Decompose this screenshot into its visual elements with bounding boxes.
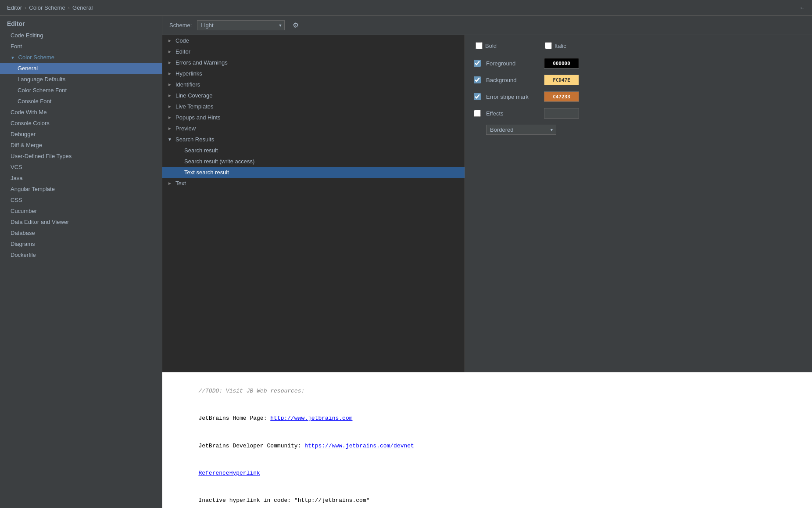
sidebar-item-code-with-me[interactable]: Code With Me bbox=[0, 107, 162, 118]
gear-button[interactable]: ⚙ bbox=[290, 20, 301, 30]
tree-item-editor[interactable]: ► Editor bbox=[162, 46, 465, 57]
sidebar-item-color-scheme-font[interactable]: Color Scheme Font bbox=[0, 85, 162, 96]
tree-item-label: Hyperlinks bbox=[175, 70, 202, 77]
tree-item-live-templates[interactable]: ► Live Templates bbox=[162, 101, 465, 112]
sidebar-item-diagrams[interactable]: Diagrams bbox=[0, 238, 162, 249]
tree-item-identifiers[interactable]: ► Identifiers bbox=[162, 79, 465, 90]
italic-checkbox[interactable] bbox=[545, 42, 552, 49]
scheme-label: Scheme: bbox=[169, 22, 192, 29]
sidebar-item-console-font[interactable]: Console Font bbox=[0, 96, 162, 107]
scheme-select[interactable]: Light Darcula High Contrast bbox=[197, 20, 285, 30]
background-checkbox[interactable] bbox=[474, 76, 481, 83]
bold-checkbox[interactable] bbox=[476, 42, 483, 49]
background-swatch[interactable]: FCD47E bbox=[544, 75, 579, 85]
tree-item-search-result-write[interactable]: Search result (write access) bbox=[162, 156, 465, 167]
sidebar-item-data-editor[interactable]: Data Editor and Viewer bbox=[0, 216, 162, 227]
preview-line-3: JetBrains Developer Community: https://w… bbox=[171, 432, 803, 460]
scheme-select-wrapper[interactable]: Light Darcula High Contrast bbox=[197, 20, 285, 30]
tree-item-label: Popups and Hints bbox=[175, 114, 221, 121]
content-area: Scheme: Light Darcula High Contrast ⚙ ► … bbox=[162, 16, 812, 508]
tree-item-hyperlinks[interactable]: ► Hyperlinks bbox=[162, 68, 465, 79]
foreground-swatch[interactable]: 000000 bbox=[544, 58, 579, 68]
preview-comment: //TODO: Visit JB Web resources: bbox=[198, 388, 304, 394]
foreground-checkbox[interactable] bbox=[474, 60, 481, 67]
background-label: Background bbox=[486, 77, 539, 83]
sidebar-item-label: Code With Me bbox=[11, 109, 47, 115]
breadcrumb-part3: General bbox=[72, 4, 93, 11]
sidebar-item-database[interactable]: Database bbox=[0, 227, 162, 238]
sidebar-item-label: Debugger bbox=[11, 131, 36, 137]
sidebar-item-vcs[interactable]: VCS bbox=[0, 162, 162, 173]
chevron-right-icon: ► bbox=[168, 82, 173, 87]
chevron-right-icon: ► bbox=[168, 60, 173, 65]
sidebar-item-label: General bbox=[18, 65, 38, 72]
preview-label-3: JetBrains Developer Community: bbox=[198, 443, 304, 449]
sidebar: Editor Code Editing Font ▼ Color Scheme … bbox=[0, 16, 162, 508]
sidebar-item-label: Angular Template bbox=[11, 186, 55, 192]
sidebar-item-general[interactable]: General bbox=[0, 63, 162, 74]
sidebar-item-label: VCS bbox=[11, 164, 22, 170]
preview-line-5: Inactive hyperlink in code: "http://jetb… bbox=[171, 487, 803, 508]
preview-link-1: http://www.jetbrains.com bbox=[270, 415, 352, 422]
chevron-right-icon: ► bbox=[168, 115, 173, 120]
sidebar-item-user-defined-file-types[interactable]: User-Defined File Types bbox=[0, 151, 162, 162]
sidebar-item-label: Diff & Merge bbox=[11, 142, 42, 148]
sidebar-item-label: Color Scheme Font bbox=[18, 87, 67, 94]
tree-item-errors-and-warnings[interactable]: ► Errors and Warnings bbox=[162, 57, 465, 68]
sidebar-item-dockerfile[interactable]: Dockerfile bbox=[0, 249, 162, 260]
tree-item-code[interactable]: ► Code bbox=[162, 35, 465, 46]
sidebar-item-language-defaults[interactable]: Language Defaults bbox=[0, 74, 162, 85]
back-button[interactable]: ← bbox=[799, 4, 805, 11]
chevron-down-icon: ▼ bbox=[168, 137, 173, 142]
background-row: Background FCD47E bbox=[474, 75, 803, 85]
sidebar-item-font[interactable]: Font bbox=[0, 41, 162, 52]
foreground-label: Foreground bbox=[486, 60, 539, 67]
props-panel: Bold Italic Foreground 000000 bbox=[465, 35, 812, 372]
sidebar-item-console-colors[interactable]: Console Colors bbox=[0, 118, 162, 129]
chevron-right-icon: ► bbox=[168, 71, 173, 76]
tree-panel: ► Code ► Editor ► Errors and Warnings ► … bbox=[162, 35, 465, 372]
preview-panel: //TODO: Visit JB Web resources: JetBrain… bbox=[162, 372, 812, 508]
sidebar-item-color-scheme[interactable]: ▼ Color Scheme bbox=[0, 52, 162, 63]
tree-item-preview[interactable]: ► Preview bbox=[162, 123, 465, 134]
sidebar-item-cucumber[interactable]: Cucumber bbox=[0, 205, 162, 216]
tree-item-popups-and-hints[interactable]: ► Popups and Hints bbox=[162, 112, 465, 123]
error-stripe-swatch[interactable]: C47233 bbox=[544, 91, 579, 102]
breadcrumb-sep2: › bbox=[68, 4, 70, 11]
chevron-right-icon: ► bbox=[168, 38, 173, 43]
tree-item-label: Preview bbox=[175, 125, 196, 132]
breadcrumb-part1: Editor bbox=[7, 4, 22, 11]
tree-item-text-search-result[interactable]: Text search result bbox=[162, 167, 465, 178]
sidebar-item-code-editing[interactable]: Code Editing bbox=[0, 30, 162, 41]
effects-checkbox[interactable] bbox=[474, 110, 481, 117]
effects-dropdown-wrapper[interactable]: Bordered Box Wave Underline bbox=[486, 125, 556, 135]
effects-swatch[interactable] bbox=[544, 108, 579, 119]
sidebar-item-label: Dockerfile bbox=[11, 252, 36, 258]
bold-label: Bold bbox=[485, 43, 538, 49]
tree-item-line-coverage[interactable]: ► Line Coverage bbox=[162, 90, 465, 101]
preview-line-2: JetBrains Home Page: http://www.jetbrain… bbox=[171, 405, 803, 432]
effects-row: Effects bbox=[474, 108, 803, 119]
sidebar-item-css[interactable]: CSS bbox=[0, 195, 162, 205]
sidebar-item-label: Cucumber bbox=[11, 208, 37, 214]
tree-item-label: Text bbox=[175, 180, 186, 187]
chevron-right-icon: ► bbox=[168, 181, 173, 186]
error-stripe-checkbox[interactable] bbox=[474, 93, 481, 100]
preview-line-1: //TODO: Visit JB Web resources: bbox=[171, 378, 803, 405]
chevron-down-icon: ▼ bbox=[11, 55, 15, 60]
sidebar-item-debugger[interactable]: Debugger bbox=[0, 129, 162, 140]
sidebar-item-angular-template[interactable]: Angular Template bbox=[0, 184, 162, 195]
sidebar-item-label: User-Defined File Types bbox=[11, 153, 72, 159]
scheme-row: Scheme: Light Darcula High Contrast ⚙ bbox=[162, 16, 812, 35]
tree-item-text[interactable]: ► Text bbox=[162, 178, 465, 189]
tree-item-search-results[interactable]: ▼ Search Results bbox=[162, 134, 465, 145]
effects-dropdown[interactable]: Bordered Box Wave Underline bbox=[486, 125, 556, 135]
sidebar-item-label: Color Scheme bbox=[18, 54, 54, 61]
tree-item-label: Live Templates bbox=[175, 103, 213, 110]
tree-item-search-result[interactable]: Search result bbox=[162, 145, 465, 156]
breadcrumb-sep1: › bbox=[25, 4, 26, 11]
preview-link-2: https://www.jetbrains.com/devnet bbox=[304, 443, 414, 449]
sidebar-item-diff-merge[interactable]: Diff & Merge bbox=[0, 140, 162, 151]
sidebar-item-java[interactable]: Java bbox=[0, 173, 162, 184]
italic-item: Italic bbox=[545, 42, 607, 49]
